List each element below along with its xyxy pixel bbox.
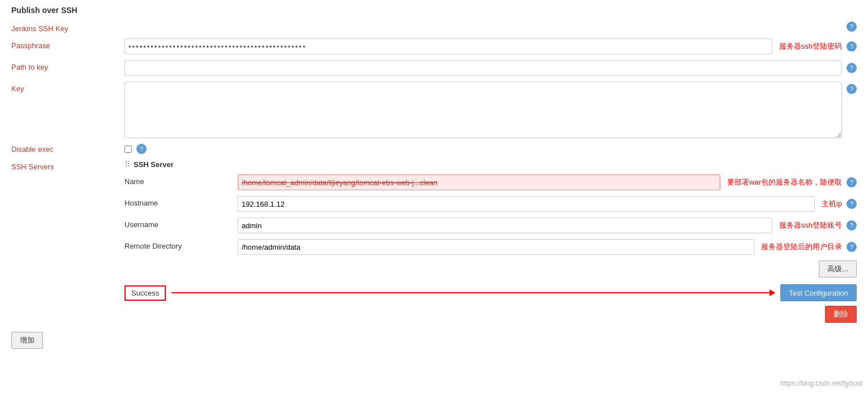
ssh-servers-row: SSH Servers ⠿ SSH Server Name 要部署war包的服务… [11,160,857,323]
hostname-row: Hostname 主机ip ? [124,196,857,212]
delete-button-row: 删除 [124,306,857,323]
key-row: Key ? [11,82,857,138]
jenkins-ssh-key-label: Jenkins SSH Key [11,22,124,33]
ssh-servers-label: SSH Servers [11,160,124,171]
path-to-key-row: Path to key ? [11,60,857,76]
path-to-key-help-icon[interactable]: ? [846,63,857,73]
remote-dir-help-icon[interactable]: ? [846,242,857,252]
page-container: Publish over SSH Jenkins SSH Key ? Passp… [0,0,868,354]
remote-dir-label: Remote Directory [124,239,238,250]
name-row: Name 要部署war包的服务器名称，随便取 ? [124,174,857,190]
passphrase-label: Passphrase [11,39,124,50]
jenkins-ssh-key-row: Jenkins SSH Key ? [11,22,857,33]
ssh-server-header: ⠿ SSH Server [124,160,857,169]
drag-handle-icon: ⠿ [124,160,130,169]
name-label: Name [124,174,238,186]
delete-button[interactable]: 删除 [825,306,857,323]
username-label: Username [124,217,238,229]
hostname-label: Hostname [124,196,238,207]
remote-dir-input-area: 服务器登陆后的用户目录 ? [238,239,857,255]
username-row: Username 服务器ssh登陆账号 ? [124,217,857,233]
advanced-button[interactable]: 高级... [819,260,857,277]
hostname-input-area: 主机ip ? [238,196,857,212]
test-configuration-button[interactable]: Test Configuration [780,284,857,301]
add-button-row: 增加 [11,332,857,349]
passphrase-annotation: 服务器ssh登陆密码 [779,41,842,52]
disable-exec-row: Disable exec ? [11,144,857,154]
path-to-key-input[interactable] [124,60,842,76]
section-title: Publish over SSH [11,6,857,15]
ssh-server-title: SSH Server [134,160,174,169]
arrow-line [171,292,775,293]
success-row: Success Test Configuration [124,284,857,301]
username-input-area: 服务器ssh登陆账号 ? [238,217,857,233]
key-label: Key [11,82,124,93]
path-to-key-input-area: ? [124,60,857,76]
passphrase-input-area: 服务器ssh登陆密码 ? [124,39,857,54]
key-help-icon[interactable]: ? [846,84,857,94]
remote-dir-annotation: 服务器登陆后的用户目录 [761,242,842,252]
path-to-key-label: Path to key [11,60,124,71]
success-badge: Success [124,285,166,301]
username-annotation: 服务器ssh登陆账号 [779,220,842,230]
name-annotation: 要部署war包的服务器名称，随便取 [727,177,842,187]
hostname-help-icon[interactable]: ? [846,199,857,209]
remote-dir-input[interactable] [238,239,754,255]
advanced-button-row: 高级... [124,260,857,277]
passphrase-input[interactable] [124,39,772,54]
key-input-area: ? [124,82,857,138]
hostname-input[interactable] [238,196,815,212]
passphrase-row: Passphrase 服务器ssh登陆密码 ? [11,39,857,54]
hostname-annotation: 主机ip [822,199,842,209]
name-help-icon[interactable]: ? [846,177,857,187]
disable-exec-help-icon[interactable]: ? [136,144,147,154]
add-button[interactable]: 增加 [11,332,43,349]
passphrase-help-icon[interactable]: ? [846,41,857,52]
username-input[interactable] [238,217,772,233]
name-input[interactable] [238,174,720,190]
remote-dir-row: Remote Directory 服务器登陆后的用户目录 ? [124,239,857,255]
key-textarea[interactable] [124,82,842,138]
name-input-area: 要部署war包的服务器名称，随便取 ? [238,174,857,190]
ssh-servers-content: ⠿ SSH Server Name 要部署war包的服务器名称，随便取 ? Ho… [124,160,857,323]
jenkins-ssh-key-input-area: ? [124,22,857,32]
disable-exec-checkbox[interactable] [124,146,132,153]
disable-exec-label: Disable exec [11,145,124,153]
username-help-icon[interactable]: ? [846,220,857,230]
jenkins-ssh-key-help-icon[interactable]: ? [846,22,857,32]
